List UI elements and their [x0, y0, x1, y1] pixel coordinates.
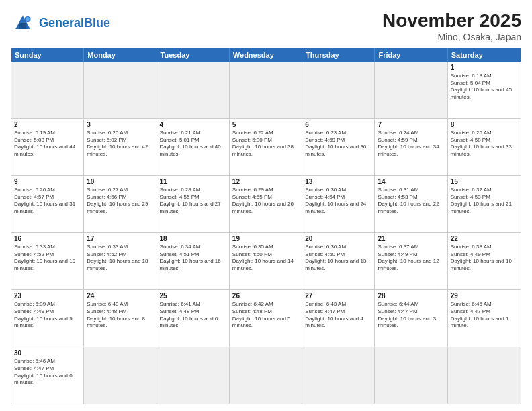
day-number: 27 — [305, 292, 371, 300]
cal-cell-1-2: 4Sunrise: 6:21 AM Sunset: 5:01 PM Daylig… — [157, 119, 230, 175]
cell-sun-info: Sunrise: 6:32 AM Sunset: 4:53 PM Dayligh… — [451, 187, 518, 216]
cal-cell-1-1: 3Sunrise: 6:20 AM Sunset: 5:02 PM Daylig… — [84, 119, 157, 175]
svg-point-3 — [26, 17, 30, 21]
logo-icon — [11, 11, 35, 35]
cell-sun-info: Sunrise: 6:26 AM Sunset: 4:57 PM Dayligh… — [14, 187, 81, 216]
title-area: November 2025 Mino, Osaka, Japan — [382, 11, 521, 42]
header: GeneralBlue November 2025 Mino, Osaka, J… — [11, 11, 521, 42]
day-number: 3 — [87, 121, 153, 128]
header-thursday: Thursday — [302, 48, 375, 62]
cal-cell-5-2 — [157, 347, 230, 404]
cell-sun-info: Sunrise: 6:28 AM Sunset: 4:55 PM Dayligh… — [160, 187, 226, 216]
day-number: 25 — [160, 292, 226, 300]
cell-sun-info: Sunrise: 6:22 AM Sunset: 5:00 PM Dayligh… — [232, 130, 299, 158]
cal-cell-0-3 — [230, 62, 302, 118]
cell-sun-info: Sunrise: 6:33 AM Sunset: 4:52 PM Dayligh… — [14, 244, 81, 273]
header-monday: Monday — [84, 48, 157, 62]
cal-cell-2-2: 11Sunrise: 6:28 AM Sunset: 4:55 PM Dayli… — [157, 176, 230, 232]
cal-cell-3-6: 22Sunrise: 6:38 AM Sunset: 4:49 PM Dayli… — [448, 233, 521, 289]
header-friday: Friday — [375, 48, 447, 62]
cal-cell-1-3: 5Sunrise: 6:22 AM Sunset: 5:00 PM Daylig… — [230, 119, 302, 175]
day-number: 7 — [378, 121, 444, 128]
cell-sun-info: Sunrise: 6:21 AM Sunset: 5:01 PM Dayligh… — [160, 130, 226, 158]
day-number: 26 — [232, 292, 299, 300]
cell-sun-info: Sunrise: 6:25 AM Sunset: 4:58 PM Dayligh… — [451, 130, 518, 158]
day-number: 1 — [451, 64, 518, 71]
cal-cell-5-5 — [375, 347, 447, 404]
cell-sun-info: Sunrise: 6:42 AM Sunset: 4:48 PM Dayligh… — [232, 301, 299, 330]
cell-sun-info: Sunrise: 6:39 AM Sunset: 4:49 PM Dayligh… — [14, 301, 81, 330]
cell-sun-info: Sunrise: 6:24 AM Sunset: 4:59 PM Dayligh… — [378, 130, 444, 158]
cal-cell-1-6: 8Sunrise: 6:25 AM Sunset: 4:58 PM Daylig… — [448, 119, 521, 175]
cal-cell-5-0: 30Sunrise: 6:46 AM Sunset: 4:47 PM Dayli… — [11, 347, 84, 404]
cell-sun-info: Sunrise: 6:34 AM Sunset: 4:51 PM Dayligh… — [160, 244, 226, 273]
cal-cell-4-5: 28Sunrise: 6:44 AM Sunset: 4:47 PM Dayli… — [375, 290, 447, 347]
cal-cell-1-0: 2Sunrise: 6:19 AM Sunset: 5:03 PM Daylig… — [11, 119, 84, 175]
cell-sun-info: Sunrise: 6:31 AM Sunset: 4:53 PM Dayligh… — [378, 187, 444, 216]
cal-cell-0-4 — [302, 62, 375, 118]
cell-sun-info: Sunrise: 6:45 AM Sunset: 4:47 PM Dayligh… — [451, 301, 518, 330]
cal-cell-2-6: 15Sunrise: 6:32 AM Sunset: 4:53 PM Dayli… — [448, 176, 521, 232]
cal-cell-0-2 — [157, 62, 230, 118]
cal-cell-0-0 — [11, 62, 84, 118]
cal-cell-2-1: 10Sunrise: 6:27 AM Sunset: 4:56 PM Dayli… — [84, 176, 157, 232]
day-number: 4 — [160, 121, 226, 128]
day-number: 29 — [451, 292, 518, 300]
cal-row-2: 9Sunrise: 6:26 AM Sunset: 4:57 PM Daylig… — [11, 175, 521, 232]
cal-cell-3-4: 20Sunrise: 6:36 AM Sunset: 4:50 PM Dayli… — [302, 233, 375, 289]
day-number: 10 — [87, 178, 153, 185]
header-sunday: Sunday — [11, 48, 84, 62]
day-number: 17 — [87, 235, 153, 242]
cal-cell-5-4 — [302, 347, 375, 404]
cal-cell-3-2: 18Sunrise: 6:34 AM Sunset: 4:51 PM Dayli… — [157, 233, 230, 289]
day-number: 2 — [14, 121, 81, 128]
day-number: 9 — [14, 178, 81, 185]
cell-sun-info: Sunrise: 6:23 AM Sunset: 4:59 PM Dayligh… — [305, 130, 371, 158]
day-number: 15 — [451, 178, 518, 185]
day-number: 6 — [305, 121, 371, 128]
cal-cell-5-6 — [448, 347, 521, 404]
cal-cell-0-6: 1Sunrise: 6:18 AM Sunset: 5:04 PM Daylig… — [448, 62, 521, 118]
cell-sun-info: Sunrise: 6:35 AM Sunset: 4:50 PM Dayligh… — [232, 244, 299, 273]
cell-sun-info: Sunrise: 6:46 AM Sunset: 4:47 PM Dayligh… — [14, 358, 81, 387]
day-number: 5 — [232, 121, 299, 128]
month-title: November 2025 — [382, 11, 521, 32]
cell-sun-info: Sunrise: 6:40 AM Sunset: 4:48 PM Dayligh… — [87, 301, 153, 330]
cal-cell-4-1: 24Sunrise: 6:40 AM Sunset: 4:48 PM Dayli… — [84, 290, 157, 347]
day-number: 11 — [160, 178, 226, 185]
cal-cell-2-4: 13Sunrise: 6:30 AM Sunset: 4:54 PM Dayli… — [302, 176, 375, 232]
cell-sun-info: Sunrise: 6:27 AM Sunset: 4:56 PM Dayligh… — [87, 187, 153, 216]
cal-cell-2-3: 12Sunrise: 6:29 AM Sunset: 4:55 PM Dayli… — [230, 176, 302, 232]
cell-sun-info: Sunrise: 6:41 AM Sunset: 4:48 PM Dayligh… — [160, 301, 226, 330]
cal-cell-1-4: 6Sunrise: 6:23 AM Sunset: 4:59 PM Daylig… — [302, 119, 375, 175]
day-number: 18 — [160, 235, 226, 242]
cal-cell-5-3 — [230, 347, 302, 404]
day-number: 20 — [305, 235, 371, 242]
cell-sun-info: Sunrise: 6:19 AM Sunset: 5:03 PM Dayligh… — [14, 130, 81, 158]
cell-sun-info: Sunrise: 6:38 AM Sunset: 4:49 PM Dayligh… — [451, 244, 518, 273]
cal-cell-2-5: 14Sunrise: 6:31 AM Sunset: 4:53 PM Dayli… — [375, 176, 447, 232]
header-saturday: Saturday — [448, 48, 521, 62]
cal-cell-3-1: 17Sunrise: 6:33 AM Sunset: 4:52 PM Dayli… — [84, 233, 157, 289]
cal-row-1: 2Sunrise: 6:19 AM Sunset: 5:03 PM Daylig… — [11, 118, 521, 175]
cal-cell-4-0: 23Sunrise: 6:39 AM Sunset: 4:49 PM Dayli… — [11, 290, 84, 347]
cell-sun-info: Sunrise: 6:43 AM Sunset: 4:47 PM Dayligh… — [305, 301, 371, 330]
cal-cell-3-5: 21Sunrise: 6:37 AM Sunset: 4:49 PM Dayli… — [375, 233, 447, 289]
cal-row-5: 30Sunrise: 6:46 AM Sunset: 4:47 PM Dayli… — [11, 347, 521, 404]
location-title: Mino, Osaka, Japan — [382, 32, 521, 42]
cell-sun-info: Sunrise: 6:20 AM Sunset: 5:02 PM Dayligh… — [87, 130, 153, 158]
cal-cell-4-6: 29Sunrise: 6:45 AM Sunset: 4:47 PM Dayli… — [448, 290, 521, 347]
day-number: 28 — [378, 292, 444, 300]
header-wednesday: Wednesday — [230, 48, 302, 62]
cal-cell-4-4: 27Sunrise: 6:43 AM Sunset: 4:47 PM Dayli… — [302, 290, 375, 347]
cal-cell-5-1 — [84, 347, 157, 404]
logo-area: GeneralBlue — [11, 11, 110, 35]
cal-row-0: 1Sunrise: 6:18 AM Sunset: 5:04 PM Daylig… — [11, 62, 521, 118]
calendar: Sunday Monday Tuesday Wednesday Thursday… — [11, 48, 521, 404]
day-number: 23 — [14, 292, 81, 300]
cal-cell-4-3: 26Sunrise: 6:42 AM Sunset: 4:48 PM Dayli… — [230, 290, 302, 347]
cal-cell-3-3: 19Sunrise: 6:35 AM Sunset: 4:50 PM Dayli… — [230, 233, 302, 289]
cell-sun-info: Sunrise: 6:44 AM Sunset: 4:47 PM Dayligh… — [378, 301, 444, 330]
day-number: 30 — [14, 349, 81, 357]
header-tuesday: Tuesday — [157, 48, 230, 62]
